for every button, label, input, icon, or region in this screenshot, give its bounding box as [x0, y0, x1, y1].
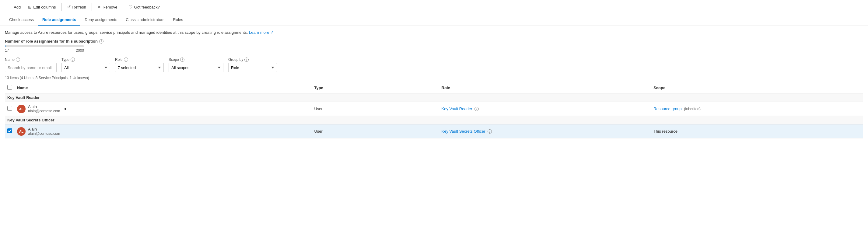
group-header-label: Key Vault Reader	[5, 93, 863, 102]
avatar-alain-2: AL	[17, 127, 26, 136]
role-link-kv-reader[interactable]: Key Vault Reader	[442, 106, 472, 111]
row-1-name-cell: AL Alain alain@contoso.com	[14, 102, 312, 116]
table-header-row: Name Type Role Scope	[5, 83, 863, 93]
scope-select[interactable]: All scopes This resource Resource group …	[168, 63, 223, 72]
remove-button[interactable]: ✕ Remove	[94, 3, 120, 11]
name-primary-alain-2: Alain	[28, 127, 60, 131]
name-details-alain-2: Alain alain@contoso.com	[28, 127, 60, 136]
role-link-kv-secrets-officer[interactable]: Key Vault Secrets Officer	[442, 129, 486, 134]
role-info-icon-2[interactable]: i	[488, 129, 492, 134]
select-all-checkbox[interactable]	[7, 85, 12, 90]
edit-columns-button[interactable]: ⊞ Edit columns	[25, 3, 59, 11]
main-content: Manage access to Azure resources for use…	[0, 26, 868, 143]
refresh-button[interactable]: ↺ Refresh	[64, 3, 90, 11]
row-2-scope-cell: This resource	[651, 125, 863, 138]
header-role: Role	[439, 83, 651, 93]
quota-title: Number of role assignments for this subs…	[5, 39, 863, 43]
search-input[interactable]	[5, 63, 57, 72]
filter-type-group: Type i All User Group Service Principal	[61, 58, 110, 72]
filter-scope-label: Scope i	[168, 58, 223, 62]
name-primary-alain-1: Alain	[28, 104, 60, 109]
table-row: AL Alain alain@contoso.com User Key Vaul…	[5, 102, 863, 116]
filter-role-group: Role i 7 selected	[115, 58, 164, 72]
type-filter-info-icon[interactable]: i	[71, 58, 75, 62]
name-details-alain-1: Alain alain@contoso.com	[28, 104, 60, 113]
filter-groupby-group: Group by i Role Name Type Scope	[228, 58, 277, 72]
dot-indicator-1	[64, 108, 66, 110]
groupby-filter-info-icon[interactable]: i	[244, 58, 249, 62]
learn-more-link[interactable]: Learn more ↗	[249, 30, 274, 35]
tab-deny-assignments[interactable]: Deny assignments	[80, 14, 121, 26]
avatar-alain-1: AL	[17, 105, 26, 113]
role-filter-info-icon[interactable]: i	[124, 58, 128, 62]
header-type: Type	[312, 83, 439, 93]
group-header-label-2: Key Vault Secrets Officer	[5, 116, 863, 125]
row-1-type-cell: User	[312, 102, 439, 116]
name-secondary-alain-2: alain@contoso.com	[28, 131, 60, 136]
add-icon: ＋	[8, 4, 12, 10]
filter-role-label: Role i	[115, 58, 164, 62]
feedback-label: Got feedback?	[134, 5, 160, 9]
scope-filter-info-icon[interactable]: i	[180, 58, 184, 62]
filter-type-label: Type i	[61, 58, 110, 62]
row-2-role-cell: Key Vault Secrets Officer i	[439, 125, 651, 138]
filter-groupby-label: Group by i	[228, 58, 277, 62]
row-2-checkbox-cell	[5, 125, 14, 138]
name-secondary-alain-1: alain@contoso.com	[28, 109, 60, 113]
refresh-label: Refresh	[72, 5, 87, 9]
progress-max: 2000	[76, 48, 84, 53]
row-2-checkbox[interactable]	[7, 128, 12, 133]
row-1-checkbox[interactable]	[7, 106, 12, 111]
tab-bar: Check access Role assignments Deny assig…	[0, 14, 868, 26]
toolbar: ＋ Add ⊞ Edit columns ↺ Refresh ✕ Remove …	[0, 0, 868, 14]
table-row: AL Alain alain@contoso.com User Key Vaul…	[5, 125, 863, 138]
type-select[interactable]: All User Group Service Principal	[61, 63, 110, 72]
description: Manage access to Azure resources for use…	[5, 30, 863, 35]
remove-label: Remove	[102, 5, 117, 9]
description-text: Manage access to Azure resources for use…	[5, 30, 248, 35]
header-name: Name	[14, 83, 312, 93]
progress-bar-fill	[5, 45, 5, 47]
columns-icon: ⊞	[28, 5, 32, 9]
scope-link-resource-group[interactable]: Resource group	[653, 106, 682, 111]
progress-bar-container	[5, 45, 84, 47]
edit-columns-label: Edit columns	[33, 5, 56, 9]
scope-inherited-label-1: (Inherited)	[684, 107, 701, 111]
groupby-select[interactable]: Role Name Type Scope	[228, 63, 277, 72]
row-checkbox-cell	[5, 102, 14, 116]
row-1-role-cell: Key Vault Reader i	[439, 102, 651, 116]
assignments-table: Name Type Role Scope Key Vault Reader AL	[5, 83, 863, 138]
refresh-icon: ↺	[67, 5, 71, 9]
scope-text-this-resource: This resource	[653, 129, 678, 134]
name-filter-info-icon[interactable]: i	[16, 58, 20, 62]
filters-row: Name i Type i All User Group Service Pri…	[5, 58, 863, 72]
row-1-scope-cell: Resource group (Inherited)	[651, 102, 863, 116]
add-label: Add	[14, 5, 21, 9]
items-summary: 13 items (4 Users, 8 Service Principals,…	[5, 76, 863, 80]
group-header-key-vault-secrets-officer: Key Vault Secrets Officer	[5, 116, 863, 125]
filter-name-group: Name i	[5, 58, 57, 72]
tab-roles[interactable]: Roles	[168, 14, 187, 26]
tab-role-assignments[interactable]: Role assignments	[38, 14, 80, 26]
progress-labels: 17 2000	[5, 48, 84, 53]
feedback-button[interactable]: ♡ Got feedback?	[126, 3, 163, 11]
row-2-type-cell: User	[312, 125, 439, 138]
role-info-icon-1[interactable]: i	[474, 107, 479, 111]
header-checkbox-cell	[5, 83, 14, 93]
quota-info-icon[interactable]: i	[99, 39, 103, 43]
role-select[interactable]: 7 selected	[115, 63, 164, 72]
separator-3	[123, 3, 123, 11]
separator-2	[92, 3, 92, 11]
tab-check-access[interactable]: Check access	[5, 14, 38, 26]
name-cell-alain-1: AL Alain alain@contoso.com	[17, 104, 309, 113]
quota-section: Number of role assignments for this subs…	[5, 39, 863, 53]
filter-name-label: Name i	[5, 58, 57, 62]
separator-1	[61, 3, 62, 11]
filter-scope-group: Scope i All scopes This resource Resourc…	[168, 58, 223, 72]
add-button[interactable]: ＋ Add	[5, 2, 24, 11]
header-scope: Scope	[651, 83, 863, 93]
name-cell-alain-2: AL Alain alain@contoso.com	[17, 127, 309, 136]
row-2-name-cell: AL Alain alain@contoso.com	[14, 125, 312, 138]
group-header-key-vault-reader: Key Vault Reader	[5, 93, 863, 102]
tab-classic-administrators[interactable]: Classic administrators	[121, 14, 168, 26]
